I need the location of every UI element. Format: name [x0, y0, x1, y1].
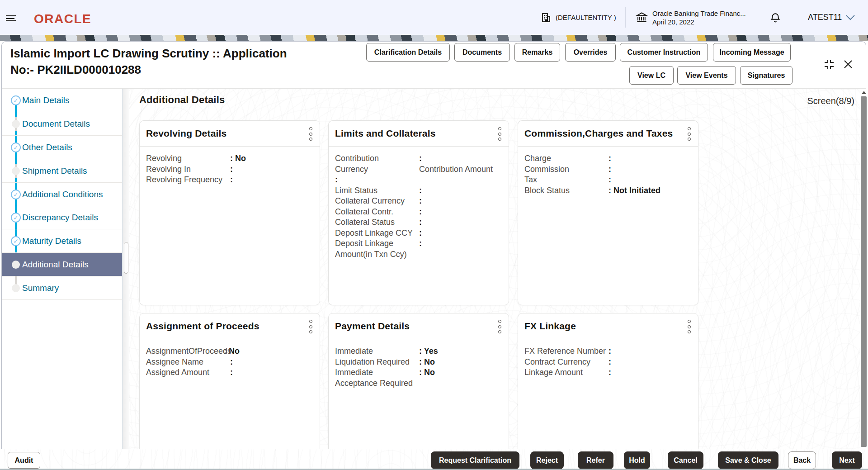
step-check-icon: ✓	[11, 236, 21, 246]
sidebar-item-label: Discrepancy Details	[22, 213, 98, 223]
field-value: :	[230, 164, 233, 175]
field-label: Collateral Currency	[335, 196, 405, 207]
hold-button[interactable]: Hold	[624, 451, 650, 469]
field-label: AssignmentOfProceeds	[146, 346, 231, 357]
kebab-menu-icon[interactable]	[685, 127, 693, 141]
field-row: :Limit Status	[335, 185, 504, 196]
user-menu[interactable]: ATEST11	[808, 0, 855, 35]
step-pending-dot-icon	[12, 120, 20, 128]
field-label: :	[335, 175, 338, 185]
field-label: Currency	[335, 164, 368, 175]
scrollbar-up-arrow[interactable]	[862, 91, 866, 94]
inner-scrollbar-thumb[interactable]	[124, 242, 128, 274]
sidebar-item-label: Maturity Details	[22, 236, 81, 246]
bank-icon	[636, 11, 648, 24]
field-value: :	[419, 228, 422, 239]
field-row: :Collateral Status	[335, 217, 504, 228]
field-row: : NoAssignmentOfProceeds	[146, 346, 315, 357]
view-lc-button[interactable]: View LC	[629, 66, 674, 85]
field-label: Commission	[524, 164, 569, 175]
incoming-message-button[interactable]: Incoming Message	[713, 43, 791, 62]
field-row: :Collateral Contr.	[335, 207, 504, 218]
field-value: : No	[419, 367, 435, 378]
audit-button[interactable]: Audit	[8, 452, 40, 469]
field-row: :Revolving Frequency	[146, 175, 315, 185]
kebab-menu-icon[interactable]	[307, 127, 314, 141]
request-clarification-button[interactable]: Request Clarification	[431, 451, 519, 469]
overrides-button[interactable]: Overrides	[565, 43, 616, 62]
field-label: FX Reference Number	[524, 346, 606, 357]
card-title: FX Linkage	[524, 321, 576, 332]
save-close-button[interactable]: Save & Close	[718, 451, 778, 469]
field-value: : Yes	[419, 346, 438, 357]
card-fx-linkage: FX Linkage:FX Reference Number:Contract …	[518, 313, 698, 453]
card-title: Payment Details	[335, 321, 410, 332]
refer-button[interactable]: Refer	[578, 451, 613, 469]
field-value: :	[419, 185, 422, 196]
field-row: :Linkage Amount	[524, 367, 693, 378]
back-button[interactable]: Back	[788, 451, 816, 469]
field-label: Assignee Name	[146, 357, 203, 368]
field-label: Charge	[524, 153, 551, 164]
field-label: Revolving	[146, 153, 182, 164]
content-heading: Additional Details	[139, 94, 225, 106]
right-scrollbar-thumb[interactable]	[861, 96, 867, 447]
step-check-icon: ✓	[11, 95, 21, 105]
sidebar-item-label: Shipment Details	[22, 166, 87, 176]
cancel-button[interactable]: Cancel	[668, 451, 703, 469]
notifications-bell-icon[interactable]	[769, 12, 781, 24]
view-events-button[interactable]: View Events	[677, 66, 736, 85]
clarification-details-button[interactable]: Clarification Details	[366, 43, 450, 62]
sidebar-item-label: Additional Conditions	[22, 190, 103, 199]
topbar-divider	[625, 7, 626, 28]
field-label: Liquidation Required	[335, 357, 410, 368]
card-title: Assignment of Proceeds	[146, 321, 259, 332]
step-check-icon: ✓	[11, 213, 21, 223]
decorative-texture-strip	[0, 35, 868, 41]
stepper-sidebar: Main Details✓Document DetailsOther Detai…	[2, 89, 122, 449]
step-check-icon: ✓	[11, 190, 21, 199]
field-value: :	[419, 196, 422, 207]
field-row: :Charge	[524, 153, 693, 164]
kebab-menu-icon[interactable]	[685, 320, 693, 333]
field-value: :	[419, 207, 422, 218]
entity-selector[interactable]: (DEFAULTENTITY )	[541, 0, 616, 35]
field-row: : NoRevolving	[146, 153, 315, 164]
field-value: : No	[230, 153, 246, 164]
kebab-menu-icon[interactable]	[307, 320, 314, 333]
chevron-down-icon	[845, 14, 855, 21]
field-value: :	[609, 175, 611, 185]
collapse-icon[interactable]	[824, 60, 835, 69]
screen-indicator: Screen(8/9)	[764, 96, 854, 106]
field-value: : No	[419, 357, 435, 368]
field-label: Contract Currency	[524, 357, 590, 368]
signatures-button[interactable]: Signatures	[740, 66, 793, 85]
field-value: :	[609, 164, 611, 175]
close-icon[interactable]	[844, 60, 853, 69]
field-label: Deposit LinkageAmount(in Txn Ccy)	[335, 238, 407, 260]
next-button[interactable]: Next	[832, 451, 862, 469]
card-title: Revolving Details	[146, 128, 226, 139]
field-label: Assigned Amount	[146, 367, 209, 378]
step-pending-dot-icon	[12, 284, 20, 292]
building-icon	[541, 12, 552, 23]
field-value: :	[609, 153, 611, 164]
customer-instruction-button[interactable]: Customer Instruction	[620, 43, 708, 62]
card-title: Limits and Collaterals	[335, 128, 436, 139]
field-row: : NoImmediateAcceptance Required	[335, 367, 504, 389]
field-row: Contribution AmountCurrency	[335, 164, 504, 175]
field-label: Immediate	[335, 346, 373, 357]
remarks-button[interactable]: Remarks	[514, 43, 560, 62]
documents-button[interactable]: Documents	[454, 43, 510, 62]
field-value: :	[230, 367, 233, 378]
sidebar-item-label: Summary	[22, 283, 59, 293]
app-date: April 20, 2022	[652, 18, 746, 26]
branch-selector[interactable]: Oracle Banking Trade Financ... April 20,…	[636, 0, 746, 35]
kebab-menu-icon[interactable]	[496, 127, 503, 141]
kebab-menu-icon[interactable]	[496, 320, 503, 333]
hamburger-menu-icon[interactable]	[6, 15, 16, 21]
step-pending-dot-icon	[12, 167, 20, 175]
field-label: Revolving In	[146, 164, 191, 175]
field-row: :Contract Currency	[524, 357, 693, 368]
reject-button[interactable]: Reject	[530, 451, 564, 469]
